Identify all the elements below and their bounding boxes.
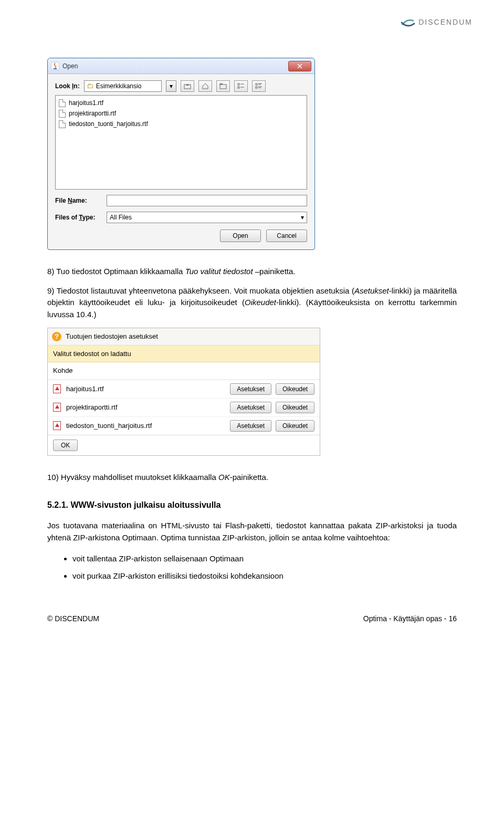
page-footer: © DISCENDUM Optima - Käyttäjän opas - 16 <box>47 613 457 624</box>
chevron-down-icon: ▾ <box>170 81 173 91</box>
up-folder-button[interactable] <box>181 80 194 92</box>
dialog-title: Open <box>62 61 78 71</box>
footer-left: © DISCENDUM <box>47 613 99 624</box>
ok-button[interactable]: OK <box>53 440 78 451</box>
help-icon: ? <box>52 332 61 341</box>
upload-file-icon <box>53 384 61 393</box>
svg-rect-7 <box>256 83 257 85</box>
svg-rect-3 <box>238 83 239 85</box>
settings-file-name: projektiraportti.rtf <box>66 402 226 413</box>
svg-point-0 <box>53 68 57 69</box>
svg-rect-4 <box>238 87 239 88</box>
file-name: harjoitus1.rtf <box>69 98 103 108</box>
settings-row: tiedoston_tuonti_harjoitus.rtf Asetukset… <box>48 416 320 435</box>
paragraph-step-8: 8) Tuo tiedostot Optimaan klikkaamalla T… <box>47 266 457 278</box>
settings-status: Valitut tiedostot on ladattu <box>48 346 320 363</box>
file-icon <box>59 110 66 118</box>
file-settings-panel: ? Tuotujen tiedostojen asetukset Valitut… <box>47 328 320 456</box>
paragraph-step-9: 9) Tiedostot listautuvat yhteenvetona pä… <box>47 285 457 321</box>
asetukset-button[interactable]: Asetukset <box>230 383 271 395</box>
file-name: projektiraportti.rtf <box>69 109 116 118</box>
asetukset-button[interactable]: Asetukset <box>230 402 271 413</box>
view-details-button[interactable] <box>252 80 266 92</box>
new-folder-icon <box>219 83 227 89</box>
page-header: DISCENDUM <box>47 21 457 53</box>
file-item[interactable]: projektiraportti.rtf <box>59 108 303 119</box>
cancel-button[interactable]: Cancel <box>266 229 307 242</box>
view-list-button[interactable] <box>234 80 248 92</box>
chevron-down-icon: ▾ <box>301 213 304 222</box>
folder-up-icon <box>184 83 191 89</box>
svg-rect-8 <box>256 87 257 88</box>
oikeudet-button[interactable]: Oikeudet <box>276 383 314 395</box>
settings-ok-row: OK <box>48 435 320 455</box>
settings-row: harjoitus1.rtf Asetukset Oikeudet <box>48 380 320 398</box>
bullet-list: voit tallentaa ZIP-arkiston sellaisenaan… <box>47 553 457 582</box>
close-icon <box>297 64 302 69</box>
settings-title: Tuotujen tiedostojen asetukset <box>66 331 158 342</box>
filetype-value: All Files <box>110 213 132 222</box>
lookin-value: Esimerkkikansio <box>96 81 142 91</box>
paragraph-step-10: 10) Hyväksy mahdolliset muutokset klikka… <box>47 472 457 484</box>
section-heading: 5.2.1. WWW-sivuston julkaisu aloitussivu… <box>47 499 457 511</box>
java-icon <box>51 62 59 70</box>
folder-icon: 🗀 <box>87 81 93 91</box>
new-folder-button[interactable] <box>216 80 230 92</box>
footer-right: Optima - Käyttäjän opas - 16 <box>363 613 457 624</box>
open-button[interactable]: Open <box>220 229 261 242</box>
close-button[interactable] <box>288 61 311 71</box>
settings-file-name: harjoitus1.rtf <box>66 384 226 394</box>
upload-file-icon <box>53 421 61 430</box>
settings-title-row: ? Tuotujen tiedostojen asetukset <box>48 328 320 346</box>
lookin-dropdown-button[interactable]: ▾ <box>166 80 176 92</box>
file-icon <box>59 99 66 107</box>
oikeudet-button[interactable]: Oikeudet <box>276 402 314 413</box>
filetype-select[interactable]: All Files ▾ <box>107 212 307 223</box>
brand-text: DISCENDUM <box>418 17 472 28</box>
oikeudet-button[interactable]: Oikeudet <box>276 420 314 432</box>
home-icon <box>202 83 209 89</box>
asetukset-button[interactable]: Asetukset <box>230 420 271 432</box>
bullet-item: voit purkaa ZIP-arkiston erillisiksi tie… <box>72 570 457 582</box>
paragraph-main: Jos tuotavana materiaalina on HTML-sivus… <box>47 520 457 543</box>
file-item[interactable]: harjoitus1.rtf <box>59 98 303 108</box>
open-dialog: Open Look In: 🗀 Esimerkkikansio ▾ <box>47 58 315 250</box>
dialog-titlebar: Open <box>48 58 314 74</box>
details-icon <box>255 83 262 89</box>
list-icon <box>237 83 245 89</box>
filename-input[interactable] <box>107 195 307 206</box>
filename-label: File Name: <box>55 196 102 205</box>
file-item[interactable]: tiedoston_tuonti_harjoitus.rtf <box>59 119 303 129</box>
lookin-label: Look In: <box>55 81 80 91</box>
file-name: tiedoston_tuonti_harjoitus.rtf <box>69 119 148 129</box>
file-icon <box>59 120 66 128</box>
logo-icon <box>401 16 415 28</box>
svg-rect-2 <box>220 85 226 89</box>
file-list-pane[interactable]: harjoitus1.rtf projektiraportti.rtf tied… <box>55 95 307 190</box>
settings-kohde-label: Kohde <box>48 362 320 380</box>
filetype-label: Files of Type: <box>55 213 102 222</box>
upload-file-icon <box>53 403 61 412</box>
settings-row: projektiraportti.rtf Asetukset Oikeudet <box>48 398 320 416</box>
home-button[interactable] <box>198 80 212 92</box>
lookin-select[interactable]: 🗀 Esimerkkikansio <box>84 80 162 92</box>
settings-file-name: tiedoston_tuonti_harjoitus.rtf <box>66 421 226 431</box>
brand-logo: DISCENDUM <box>401 16 472 28</box>
bullet-item: voit tallentaa ZIP-arkiston sellaisenaan… <box>72 553 457 565</box>
